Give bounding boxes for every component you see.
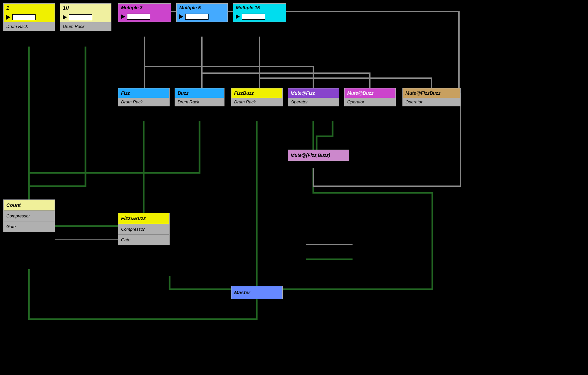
play-bar	[12, 14, 36, 20]
node-mute-at-fizzbuzz-label: Mute@FizzBuzz	[405, 90, 440, 96]
node-multiple3[interactable]: Multiple 3	[118, 3, 171, 22]
node-fizz-and-buzz-gate: Gate	[118, 234, 169, 245]
node-fizz-and-buzz-label: Fizz&Buzz	[121, 215, 146, 221]
node-mute-at-buzz-label: Mute@Buzz	[347, 90, 373, 96]
node-fizz-and-buzz-compressor: Compressor	[118, 224, 169, 234]
node-fizz[interactable]: Fizz Drum Rack	[118, 88, 170, 106]
node-multiple15-label: Multiple 15	[233, 4, 286, 12]
node-fizz-and-buzz[interactable]: Fizz&Buzz Compressor Gate	[118, 213, 170, 245]
node-fizzbuzz-header: FizzBuzz	[231, 88, 282, 98]
node-drum1-player[interactable]	[4, 12, 55, 22]
node-multiple15-player[interactable]	[233, 12, 286, 22]
node-multiple5-player[interactable]	[177, 12, 227, 22]
node-mute-at-fizz-buzz-label: Mute@(Fizz,Buzz)	[291, 153, 330, 158]
node-count-compressor: Compressor	[4, 210, 55, 221]
play-icon[interactable]	[6, 15, 10, 20]
node-multiple5[interactable]: Multiple 5	[176, 3, 228, 22]
node-master-label: Master	[234, 290, 250, 295]
node-fizzbuzz-sublabel: Drum Rack	[231, 98, 282, 106]
node-buzz-sublabel: Drum Rack	[175, 98, 224, 106]
play-bar-3	[127, 14, 150, 20]
play-bar-5	[242, 14, 265, 20]
play-icon-2[interactable]	[63, 15, 67, 20]
node-count-gate: Gate	[4, 221, 55, 232]
node-fizzbuzz[interactable]: FizzBuzz Drum Rack	[231, 88, 283, 106]
node-mute-at-buzz[interactable]: Mute@Buzz Operator	[344, 88, 396, 106]
node-fizz-and-buzz-header: Fizz&Buzz	[118, 213, 169, 224]
node-multiple5-label: Multiple 5	[177, 4, 227, 12]
node-mute-at-fizzbuzz-sublabel: Operator	[403, 98, 460, 106]
play-icon-4[interactable]	[179, 14, 183, 19]
node-mute-at-fizz-buzz[interactable]: Mute@(Fizz,Buzz)	[288, 150, 349, 161]
node-mute-at-fizz[interactable]: Mute@Fizz Operator	[288, 88, 339, 106]
node-multiple3-player[interactable]	[118, 12, 171, 22]
node-buzz-label: Buzz	[178, 90, 189, 96]
node-count[interactable]: Count Compressor Gate	[3, 199, 55, 232]
node-master-header: Master	[231, 286, 282, 299]
node-drum1[interactable]: 1 Drum Rack	[3, 3, 55, 31]
node-mute-at-fizz-sublabel: Operator	[288, 98, 339, 106]
node-mute-at-fizz-label: Mute@Fizz	[291, 90, 315, 96]
play-icon-3[interactable]	[121, 14, 125, 19]
node-mute-at-fizzbuzz[interactable]: Mute@FizzBuzz Operator	[402, 88, 461, 106]
node-count-header: Count	[4, 200, 55, 210]
node-master[interactable]: Master	[231, 286, 283, 299]
node-fizz-header: Fizz	[118, 88, 169, 98]
node-drum10-label: 10	[60, 4, 111, 12]
node-multiple3-label: Multiple 3	[118, 4, 171, 12]
node-mute-at-fizz-buzz-header: Mute@(Fizz,Buzz)	[288, 150, 349, 161]
node-fizzbuzz-label: FizzBuzz	[234, 90, 254, 96]
play-bar-2	[69, 14, 92, 20]
node-drum10[interactable]: 10 Drum Rack	[60, 3, 111, 31]
play-icon-5[interactable]	[236, 14, 240, 19]
node-buzz[interactable]: Buzz Drum Rack	[175, 88, 224, 106]
node-mute-at-fizz-header: Mute@Fizz	[288, 88, 339, 98]
node-mute-at-buzz-sublabel: Operator	[345, 98, 395, 106]
node-mute-at-buzz-header: Mute@Buzz	[345, 88, 395, 98]
node-fizz-label: Fizz	[121, 90, 130, 96]
node-multiple15[interactable]: Multiple 15	[233, 3, 286, 22]
node-buzz-header: Buzz	[175, 88, 224, 98]
node-drum1-label: 1	[4, 4, 55, 12]
play-bar-4	[185, 14, 209, 20]
node-count-label: Count	[6, 202, 21, 208]
node-fizz-sublabel: Drum Rack	[118, 98, 169, 106]
node-mute-at-fizzbuzz-header: Mute@FizzBuzz	[403, 88, 460, 98]
node-drum10-sublabel: Drum Rack	[60, 22, 111, 31]
node-drum1-sublabel: Drum Rack	[4, 22, 55, 31]
node-drum10-player[interactable]	[60, 12, 111, 22]
